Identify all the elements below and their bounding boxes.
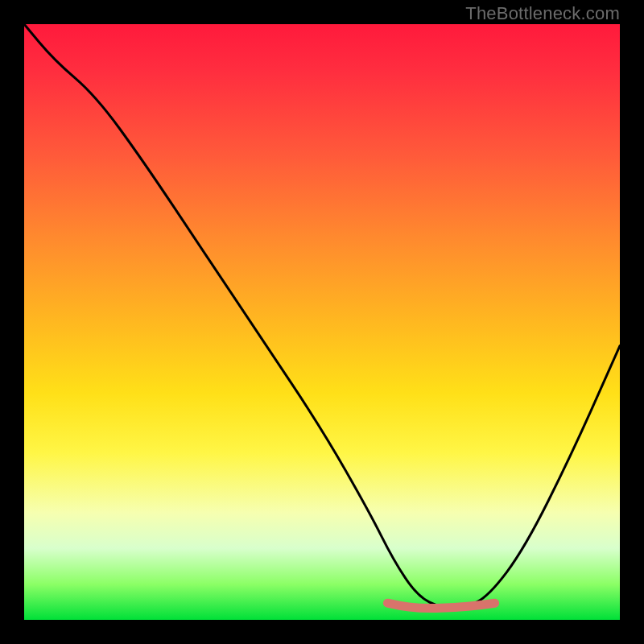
plot-area [24,24,620,620]
chart-frame: TheBottleneck.com [0,0,644,644]
chart-svg [24,24,620,620]
bottleneck-curve [24,24,620,608]
basin-highlight-segment [387,603,494,608]
watermark-text: TheBottleneck.com [465,3,620,24]
